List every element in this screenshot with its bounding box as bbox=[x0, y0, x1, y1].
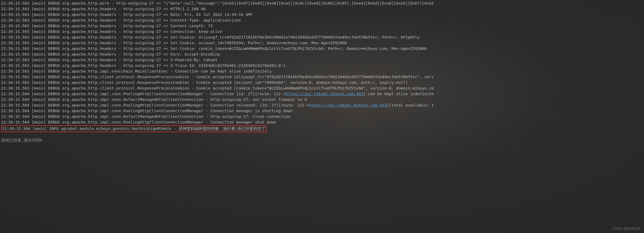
log-line: 22:39:15.563 [main] DEBUG org.apache.htt… bbox=[1, 35, 643, 40]
log-line: 22:39:15.564 [main] DEBUG org.apache.htt… bbox=[1, 108, 643, 114]
log-line: 22:39:15.563 [main] DEBUG org.apache.htt… bbox=[1, 1, 643, 6]
console-output: 22:39:15.563 [main] DEBUG org.apache.htt… bbox=[0, 0, 644, 144]
log-line: 22:39:15.564 [main] DEBUG org.apache.htt… bbox=[1, 91, 643, 97]
log-line: 22:39:15.563 [main] DEBUG org.apache.htt… bbox=[1, 80, 643, 85]
highlight-box: 22:39:15.564 [main] INFO qqrobot.module.… bbox=[1, 125, 267, 132]
log-line: 22:39:15.563 [main] DEBUG org.apache.htt… bbox=[1, 85, 643, 91]
log-line: 22:39:15.563 [main] DEBUG org.apache.htt… bbox=[1, 68, 643, 74]
log-line: 22:39:15.563 [main] DEBUG org.apache.htt… bbox=[1, 6, 643, 12]
log-line: 22:39:15.563 [main] DEBUG org.apache.htt… bbox=[1, 29, 643, 35]
log-line: 22:39:15.564 [main] DEBUG org.apache.htt… bbox=[1, 97, 643, 102]
log-line: 22:39:15.564 [main] DEBUG org.apache.htt… bbox=[1, 114, 643, 119]
log-line: 22:39:15.563 [main] DEBUG org.apache.htt… bbox=[1, 74, 643, 80]
log-line: 22:39:15.563 [main] DEBUG org.apache.htt… bbox=[1, 63, 643, 68]
process-exit-message: 进程已结束,退出代码0 bbox=[1, 138, 643, 143]
log-line: 22:39:15.564 [main] DEBUG org.apache.htt… bbox=[1, 119, 643, 125]
watermark: CSDN @梦汐云纤 bbox=[612, 226, 641, 231]
highlighted-log-line: 22:39:15.564 [main] INFO qqrobot.module.… bbox=[1, 125, 643, 132]
log-line: 22:39:15.563 [main] DEBUG org.apache.htt… bbox=[1, 12, 643, 18]
log-line: 22:39:15.563 [main] DEBUG org.apache.htt… bbox=[1, 18, 643, 23]
url-link[interactable]: https://api-takumi.mihoyo.com:443 bbox=[309, 103, 387, 107]
url-link[interactable]: https://api-takumi.mihoyo.com:443 bbox=[286, 92, 363, 96]
log-line: 22:39:15.564 [main] DEBUG org.apache.htt… bbox=[1, 102, 643, 108]
log-line: 22:39:15.563 [main] DEBUG org.apache.htt… bbox=[1, 23, 643, 29]
log-line: 22:39:15.563 [main] DEBUG org.apache.htt… bbox=[1, 40, 643, 46]
log-line: 22:39:15.563 [main] DEBUG org.apache.htt… bbox=[1, 57, 643, 63]
log-line: 22:39:15.563 [main] DEBUG org.apache.htt… bbox=[1, 46, 643, 52]
log-line: 22:39:15.563 [main] DEBUG org.apache.htt… bbox=[1, 52, 643, 57]
